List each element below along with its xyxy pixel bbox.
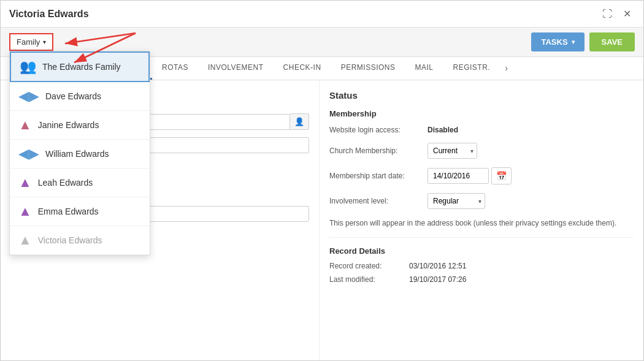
last-modified-row: Last modified: 19/10/2017 07:26 (329, 275, 634, 284)
member-item-janine[interactable]: ▲ Janine Edwards (10, 111, 150, 140)
tab-mail[interactable]: MAIL (405, 57, 443, 80)
tab-registr[interactable]: REGISTR. (443, 57, 500, 80)
church-membership-label: Church Membership: (329, 146, 427, 155)
member-name-victoria: Victoria Edwards (38, 235, 102, 245)
male-icon-william: ◀▶ (18, 146, 39, 162)
tabs-more-icon[interactable]: › (500, 57, 513, 80)
record-created-label: Record created: (329, 262, 409, 270)
page-title: Victoria Edwards (9, 9, 89, 20)
member-item-dave[interactable]: ◀▶ Dave Edwards (10, 82, 150, 111)
main-window: Victoria Edwards ⛶ ✕ Family ▾ 👥 The Edwa… (0, 0, 644, 361)
save-label: SAVE (602, 37, 623, 47)
female-icon-janine: ▲ (18, 117, 32, 133)
tasks-label: TASKS (541, 37, 567, 47)
membership-start-label: Membership start date: (329, 172, 427, 180)
family-group-item[interactable]: 👥 The Edwards Family (10, 51, 150, 82)
tab-checkin[interactable]: CHECK-IN (274, 57, 331, 80)
family-dropdown-arrow-icon: ▾ (43, 39, 46, 45)
female-icon-victoria: ▲ (18, 232, 32, 248)
family-dropdown: Family ▾ 👥 The Edwards Family ◀▶ Dave Ed… (9, 33, 53, 51)
website-login-label: Website login access: (329, 126, 427, 134)
member-item-leah[interactable]: ▲ Leah Edwards (10, 169, 150, 197)
member-name-emma: Emma Edwards (38, 207, 99, 216)
membership-start-row: Membership start date: 📅 (329, 167, 634, 184)
member-item-william[interactable]: ◀▶ William Edwards (10, 140, 150, 169)
involvement-label: Involvement level: (329, 197, 427, 205)
involvement-row: Involvement level: Regular Occasional Fr… (329, 193, 634, 209)
toolbar: Family ▾ 👥 The Edwards Family ◀▶ Dave Ed… (1, 28, 643, 57)
female-icon-emma: ▲ (18, 203, 32, 219)
involvement-select[interactable]: Regular Occasional Fringe (427, 193, 485, 209)
header-controls: ⛶ ✕ (599, 7, 635, 21)
right-panel: Status Membership Website login access: … (320, 80, 643, 361)
toolbar-actions: TASKS ▾ SAVE (531, 32, 635, 51)
involvement-select-wrap: Regular Occasional Fringe ▾ (427, 193, 485, 209)
member-name-william: William Edwards (45, 149, 109, 159)
website-login-row: Website login access: Disabled (329, 126, 634, 134)
tasks-button[interactable]: TASKS ▾ (531, 32, 584, 51)
family-group-icon: 👥 (20, 59, 36, 75)
female-icon-leah: ▲ (18, 175, 32, 191)
status-divider (329, 237, 634, 238)
record-created-row: Record created: 03/10/2016 12:51 (329, 262, 634, 270)
family-label: Family (17, 37, 40, 47)
membership-start-input[interactable] (427, 168, 489, 184)
save-button[interactable]: SAVE (589, 32, 635, 51)
member-item-victoria[interactable]: ▲ Victoria Edwards (10, 226, 150, 255)
church-membership-select-wrap: Current Previous ▾ (427, 143, 477, 159)
expand-button[interactable]: ⛶ (599, 7, 616, 21)
record-title: Record Details (329, 246, 634, 256)
church-membership-select[interactable]: Current Previous (427, 143, 477, 159)
member-item-emma[interactable]: ▲ Emma Edwards (10, 197, 150, 226)
male-icon-dave: ◀▶ (18, 88, 39, 104)
date-input-wrap: 📅 (427, 167, 512, 184)
tab-involvement[interactable]: INVOLVEMENT (198, 57, 274, 80)
church-membership-row: Church Membership: Current Previous ▾ (329, 143, 634, 159)
membership-title: Membership (329, 109, 634, 118)
header: Victoria Edwards ⛶ ✕ (1, 1, 643, 28)
member-name-leah: Leah Edwards (38, 178, 93, 188)
tasks-arrow-icon: ▾ (572, 39, 575, 45)
family-group-label: The Edwards Family (42, 62, 121, 72)
tab-rotas[interactable]: ROTAS (152, 57, 198, 80)
website-login-value: Disabled (427, 126, 458, 134)
last-modified-value: 19/10/2017 07:26 (409, 275, 466, 284)
name-lookup-button[interactable]: 👤 (290, 113, 309, 130)
family-dropdown-button[interactable]: Family ▾ (9, 33, 53, 51)
member-name-dave: Dave Edwards (45, 91, 101, 101)
info-text: This person will appear in the address b… (329, 218, 634, 229)
last-modified-label: Last modified: (329, 275, 409, 284)
family-dropdown-menu: 👥 The Edwards Family ◀▶ Dave Edwards ▲ J… (9, 51, 150, 256)
member-name-janine: Janine Edwards (38, 120, 99, 130)
calendar-button[interactable]: 📅 (491, 167, 512, 184)
status-title: Status (329, 90, 634, 101)
record-created-value: 03/10/2016 12:51 (409, 262, 466, 270)
close-button[interactable]: ✕ (619, 7, 635, 21)
tab-permissions[interactable]: PERMISSIONS (331, 57, 405, 80)
